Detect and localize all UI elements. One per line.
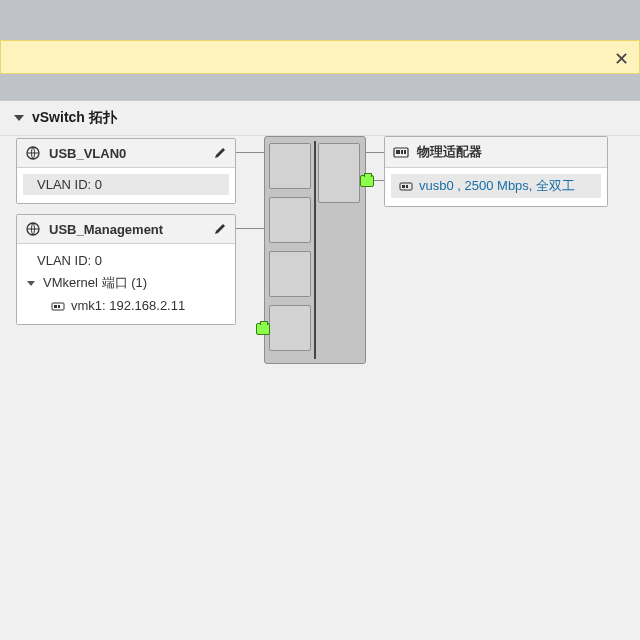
edit-icon[interactable]	[213, 146, 227, 160]
vswitch-body	[264, 136, 366, 364]
svg-rect-10	[402, 185, 405, 188]
uplink-port-icon	[360, 175, 374, 187]
topology-panel: vSwitch 拓扑 USB_VLAN0 VLAN ID: 0	[0, 100, 640, 640]
nic-icon	[399, 180, 413, 192]
vlan-id-label: VLAN ID: 0	[37, 177, 102, 192]
vlan-id-label: VLAN ID: 0	[37, 253, 102, 268]
vmk-entry-row[interactable]: vmk1: 192.168.2.11	[23, 295, 229, 316]
vlan-id-row: VLAN ID: 0	[23, 174, 229, 195]
panel-title: vSwitch 拓扑	[32, 109, 117, 127]
portgroup-icon	[25, 221, 41, 237]
svg-rect-8	[404, 150, 406, 154]
switch-divider	[314, 141, 316, 359]
nic-icon	[393, 145, 409, 159]
portgroup-card[interactable]: USB_Management VLAN ID: 0 VMkernel 端口 (1…	[16, 214, 236, 325]
switch-segment	[318, 143, 360, 203]
svg-rect-6	[396, 150, 400, 154]
portgroup-name: USB_Management	[49, 222, 205, 237]
adapter-link[interactable]: vusb0 , 2500 Mbps, 全双工	[419, 177, 575, 195]
vlan-id-row: VLAN ID: 0	[23, 250, 229, 271]
portgroup-body: VLAN ID: 0	[17, 168, 235, 203]
switch-segment	[269, 251, 311, 297]
svg-rect-7	[401, 150, 403, 154]
physical-adapters-title: 物理适配器	[417, 143, 599, 161]
vmk-nic-icon	[51, 300, 65, 312]
portgroup-card[interactable]: USB_VLAN0 VLAN ID: 0	[16, 138, 236, 204]
notification-bar: ✕	[0, 40, 640, 74]
portgroup-header: USB_Management	[17, 215, 235, 244]
vmk-entry-label: vmk1: 192.168.2.11	[71, 298, 185, 313]
svg-rect-4	[58, 305, 60, 308]
close-icon[interactable]: ✕	[614, 48, 629, 70]
collapse-toggle-icon[interactable]	[14, 115, 24, 121]
vmkernel-section-row[interactable]: VMkernel 端口 (1)	[23, 271, 229, 295]
connector-line	[366, 152, 384, 153]
switch-segment	[269, 197, 311, 243]
portgroup-icon	[25, 145, 41, 161]
connector-line	[236, 152, 264, 153]
physical-adapters-card[interactable]: 物理适配器 vusb0 , 2500 Mbps, 全双工	[384, 136, 608, 207]
panel-header[interactable]: vSwitch 拓扑	[0, 101, 640, 136]
vmkernel-section-label: VMkernel 端口 (1)	[43, 274, 147, 292]
physical-adapters-header: 物理适配器	[385, 137, 607, 168]
svg-rect-11	[406, 185, 408, 188]
switch-segment	[269, 305, 311, 351]
svg-rect-3	[54, 305, 57, 308]
connector-line	[236, 228, 264, 229]
portgroup-name: USB_VLAN0	[49, 146, 205, 161]
portgroup-body: VLAN ID: 0 VMkernel 端口 (1) vmk1: 192.168…	[17, 244, 235, 324]
switch-segment	[269, 143, 311, 189]
portgroup-header: USB_VLAN0	[17, 139, 235, 168]
edit-icon[interactable]	[213, 222, 227, 236]
uplink-port-icon	[256, 323, 270, 335]
topology-canvas: USB_VLAN0 VLAN ID: 0 USB_Management	[0, 136, 640, 416]
physical-adapters-body: vusb0 , 2500 Mbps, 全双工	[385, 168, 607, 206]
adapter-row[interactable]: vusb0 , 2500 Mbps, 全双工	[391, 174, 601, 198]
chevron-down-icon	[27, 281, 35, 286]
